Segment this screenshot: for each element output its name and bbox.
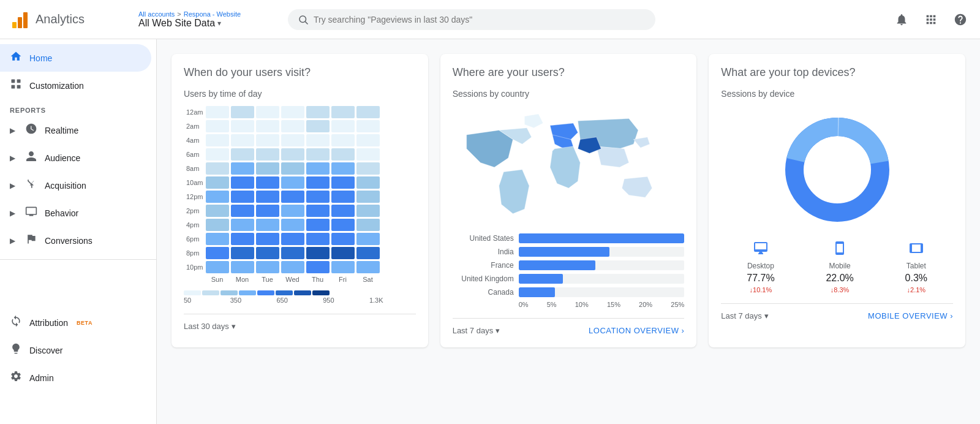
heatmap-cell <box>231 120 254 132</box>
search-input[interactable] <box>314 15 646 25</box>
country-date-label: Last 7 days <box>453 326 494 335</box>
home-label: Home <box>29 53 52 63</box>
heatmap-cell <box>281 148 304 161</box>
heatmap-cell <box>256 162 279 175</box>
country-footer-date[interactable]: Last 7 days ▾ <box>453 326 500 335</box>
legend-block <box>221 290 238 295</box>
heatmap-cell <box>256 219 279 231</box>
heatmap-cell <box>206 247 229 259</box>
country-name: India <box>453 248 514 256</box>
location-overview-link[interactable]: LOCATION OVERVIEW › <box>589 326 684 335</box>
time-label: 2am <box>184 120 203 132</box>
heatmap-cell <box>331 120 355 132</box>
discover-label: Discover <box>29 346 62 355</box>
country-bars: United StatesIndiaFranceUnited KingdomCa… <box>453 233 685 297</box>
help-icon[interactable] <box>951 10 970 29</box>
heatmap-cell <box>281 176 304 189</box>
country-card: Where are your users? Sessions by countr… <box>440 54 697 347</box>
devices-footer-date[interactable]: Last 7 days ▾ <box>721 311 769 320</box>
heatmap-cell <box>206 162 229 175</box>
time-card-footer: Last 30 days ▾ <box>184 314 416 331</box>
header-actions <box>892 10 970 29</box>
mobile-label: Mobile <box>829 262 850 270</box>
heatmap-cell <box>356 106 380 118</box>
time-label: 2pm <box>184 205 203 217</box>
world-map <box>453 106 685 229</box>
search-bar[interactable] <box>288 9 655 30</box>
sidebar-item-realtime[interactable]: ▶ Realtime <box>0 116 151 144</box>
time-question: When do your users visit? <box>184 66 416 79</box>
sidebar-item-audience[interactable]: ▶ Audience <box>0 144 151 172</box>
expand-icon-behavior: ▶ <box>10 209 15 218</box>
heatmap-cell <box>331 106 355 118</box>
heatmap-cell <box>306 148 330 161</box>
axis-label: 25% <box>671 301 684 308</box>
heatmap-cell <box>331 219 355 231</box>
heatmap-cell <box>281 219 304 231</box>
mobile-overview-link[interactable]: MOBILE OVERVIEW › <box>868 311 953 320</box>
apps-icon[interactable] <box>921 10 941 29</box>
sidebar-item-customization[interactable]: Customization <box>0 72 151 99</box>
heatmap-cell <box>206 233 229 245</box>
arrow-right-icon: › <box>681 326 684 335</box>
heatmap-cell <box>231 233 254 245</box>
svg-line-4 <box>305 21 307 24</box>
heatmap-cell <box>231 106 254 118</box>
heatmap-cell <box>306 233 330 245</box>
sidebar-item-behavior[interactable]: ▶ Behavior <box>0 199 151 227</box>
heatmap-cell <box>331 134 355 146</box>
day-labels: SunMonTueWedThuFriSat <box>206 276 380 283</box>
axis-label: 10% <box>575 301 589 308</box>
sidebar-item-discover[interactable]: Discover <box>0 336 151 364</box>
devices-subtitle: Sessions by device <box>721 89 953 99</box>
heatmap-cell <box>256 134 279 146</box>
reports-section-label: REPORTS <box>0 99 156 116</box>
svg-rect-6 <box>17 80 21 83</box>
heatmap-cell <box>331 148 355 161</box>
heatmap-cell <box>231 205 254 217</box>
heatmap-wrapper: 12am2am4am6am8am10am12pm2pm4pm6pm8pm10pm… <box>184 106 416 283</box>
sidebar-item-admin[interactable]: Admin <box>0 364 151 392</box>
heatmap-cell <box>206 134 229 146</box>
heatmap-cell <box>231 191 254 203</box>
breadcrumb-respona[interactable]: Respona - Website <box>184 10 241 18</box>
svg-rect-1 <box>18 17 22 28</box>
heatmap-cell <box>231 134 254 146</box>
sidebar-item-acquisition[interactable]: ▶ Acquisition <box>0 172 151 199</box>
notification-icon[interactable] <box>892 10 911 29</box>
heatmap-cell <box>256 261 279 273</box>
heatmap-cell <box>256 233 279 245</box>
time-footer-date[interactable]: Last 30 days ▾ <box>184 322 236 331</box>
heatmap-cell <box>256 191 279 203</box>
heatmap-cell <box>206 148 229 161</box>
heatmap-day-col <box>206 106 229 273</box>
desktop-label: Desktop <box>747 262 774 270</box>
desktop-pct: 77.7% <box>747 273 774 284</box>
sidebar-item-conversions[interactable]: ▶ Conversions <box>0 227 151 254</box>
heatmap-cell <box>306 261 330 273</box>
heatmap-cell <box>331 233 355 245</box>
heatmap-cell <box>306 162 330 175</box>
heatmap-cell <box>281 233 304 245</box>
heatmap-cell <box>306 219 330 231</box>
axis-label: 0% <box>519 301 529 308</box>
bar-track <box>519 233 685 243</box>
time-labels: 12am2am4am6am8am10am12pm2pm4pm6pm8pm10pm <box>184 106 203 283</box>
expand-icon-realtime: ▶ <box>10 126 15 135</box>
app-title: Analytics <box>36 12 85 26</box>
sidebar-item-home[interactable]: Home <box>0 44 151 72</box>
heatmap-cell <box>231 261 254 273</box>
heatmap-cell <box>231 219 254 231</box>
time-label: 10pm <box>184 261 203 273</box>
breadcrumb-all-accounts[interactable]: All accounts <box>138 10 175 18</box>
heatmap-cell <box>281 120 304 132</box>
heatmap-cell <box>281 205 304 217</box>
heatmap-day-col <box>356 106 380 273</box>
logo-area: Analytics <box>10 10 126 29</box>
account-selector[interactable]: All Web Site Data ▾ <box>138 18 273 29</box>
country-name: Canada <box>453 288 514 297</box>
country-question: Where are your users? <box>453 66 685 79</box>
sidebar-item-attribution[interactable]: Attribution BETA <box>0 309 151 336</box>
day-label: Sun <box>206 276 229 283</box>
country-subtitle: Sessions by country <box>453 89 685 99</box>
